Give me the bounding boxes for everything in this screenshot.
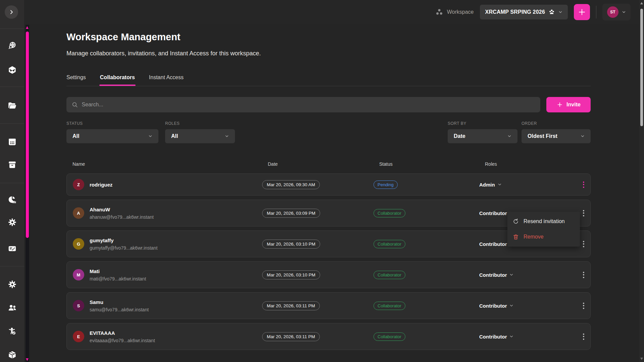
sortby-filter-label: SORT BY xyxy=(448,121,517,126)
chevron-down-icon xyxy=(225,134,229,138)
row-context-menu: Resend invitation Remove xyxy=(507,212,580,247)
content-scrollbar-vertical[interactable] xyxy=(26,25,29,362)
sidebar-divider xyxy=(0,29,24,29)
collaborator-name: gumytaffy xyxy=(90,238,157,243)
sidebar-expand-button[interactable] xyxy=(5,5,18,19)
role-dropdown[interactable]: Contributor xyxy=(479,334,577,340)
scroll-up-arrow-icon[interactable] xyxy=(640,2,643,4)
sidebar-item-notes[interactable] xyxy=(7,243,17,253)
sidebar-item-packages[interactable] xyxy=(7,350,17,360)
role-dropdown[interactable]: Contributor xyxy=(479,303,577,309)
date-pill: Mar 20, 2026, 03:09 PM xyxy=(262,209,320,218)
avatar: G xyxy=(73,238,84,250)
table-row: E EVITAAAA evitaaaa@fvo79...ak6wr.instan… xyxy=(66,323,591,350)
sidebar-item-web-search[interactable] xyxy=(7,40,17,50)
package-icon xyxy=(8,350,17,359)
date-pill: Mar 20, 2026, 03:10 PM xyxy=(262,240,320,249)
avatar: E xyxy=(73,331,84,342)
avatar: S xyxy=(73,300,84,311)
column-roles: Roles xyxy=(479,161,577,167)
collaborator-name: rodriguez xyxy=(90,182,112,188)
plus-icon xyxy=(578,8,586,16)
row-menu-button[interactable] xyxy=(577,270,590,280)
sidebar-item-analytics[interactable] xyxy=(7,195,17,205)
column-date: Date xyxy=(262,161,373,167)
sortby-filter-select[interactable]: Date xyxy=(448,129,517,143)
collaborator-email: mati@fvo79...ak6wr.instant xyxy=(90,276,146,281)
role-dropdown[interactable]: Contributor xyxy=(479,272,577,278)
status-filter-label: STATUS xyxy=(66,121,158,126)
status-badge: Pending xyxy=(374,180,398,189)
chevron-down-icon xyxy=(498,183,502,187)
tab-bar: Settings Collaborators Instant Access xyxy=(66,74,591,86)
scroll-up-arrow-icon[interactable] xyxy=(26,26,29,29)
chevron-down-icon xyxy=(622,10,626,14)
chevron-down-icon xyxy=(558,10,562,14)
workspace-selector[interactable]: XRCAMP SRPING 2026 xyxy=(480,5,568,19)
collaborator-name: Mati xyxy=(90,268,146,274)
status-filter-select[interactable]: All xyxy=(66,129,158,143)
sidebar-item-apps[interactable] xyxy=(7,137,17,147)
analytics-pie-icon xyxy=(8,195,17,204)
order-filter-select[interactable]: Oldest First xyxy=(522,129,591,143)
topbar-divider xyxy=(596,6,596,18)
search-icon xyxy=(72,102,78,108)
menu-item-resend-invitation[interactable]: Resend invitation xyxy=(507,214,580,229)
avatar: A xyxy=(73,207,84,219)
scroll-down-arrow-icon[interactable] xyxy=(26,358,29,361)
collaborator-name: AhanuW xyxy=(90,207,154,212)
workspace-emoji-icon xyxy=(548,9,555,15)
menu-item-remove[interactable]: Remove xyxy=(507,229,580,245)
gear-icon xyxy=(8,280,17,289)
workspace-name: XRCAMP SRPING 2026 xyxy=(485,9,545,15)
roles-filter-select[interactable]: All xyxy=(165,129,235,143)
scrollbar-thumb[interactable] xyxy=(640,9,643,126)
archive-box-icon xyxy=(8,160,17,169)
status-badge: Collaborator xyxy=(374,240,405,248)
status-badge: Collaborator xyxy=(374,332,405,341)
order-filter-label: ORDER xyxy=(522,121,591,126)
invite-button[interactable]: Invite xyxy=(546,97,591,112)
sidebar-item-archive[interactable] xyxy=(7,159,17,169)
date-pill: Mar 20, 2026, 03:11 PM xyxy=(262,301,320,310)
sidebar-item-members[interactable] xyxy=(7,303,17,313)
sidebar-item-projects[interactable] xyxy=(7,101,17,111)
plus-icon xyxy=(556,101,563,108)
create-new-button[interactable] xyxy=(574,4,590,20)
column-name: Name xyxy=(66,161,262,167)
tab-instant-access[interactable]: Instant Access xyxy=(149,74,184,86)
gear-icon xyxy=(8,218,17,227)
user-menu[interactable]: ST xyxy=(602,4,631,20)
chevron-down-icon xyxy=(148,134,152,138)
sidebar-item-workspace-settings[interactable] xyxy=(7,279,17,289)
search-box[interactable] xyxy=(66,97,540,112)
main-content: Workspace Management Manage collaborator… xyxy=(24,24,639,362)
row-menu-button[interactable] xyxy=(577,301,590,311)
date-pill: Mar 20, 2026, 09:30 AM xyxy=(262,180,320,189)
tab-collaborators[interactable]: Collaborators xyxy=(100,74,135,86)
row-menu-button[interactable] xyxy=(577,179,590,190)
status-badge: Collaborator xyxy=(374,271,405,279)
sidebar-divider xyxy=(0,183,24,183)
window-scrollbar[interactable] xyxy=(639,0,644,362)
sidebar-item-asset-library[interactable] xyxy=(7,65,17,75)
chevron-down-icon xyxy=(509,273,513,277)
collaborator-email: evitaaaa@fvo79...ak6wr.instant xyxy=(90,338,155,343)
user-avatar: ST xyxy=(607,6,618,18)
search-input[interactable] xyxy=(82,102,535,108)
page-subtitle: Manage collaborators, invitations, and I… xyxy=(66,50,591,57)
row-menu-button[interactable] xyxy=(577,331,590,342)
collaborator-name: EVITAAAA xyxy=(90,330,155,336)
sidebar-item-attendance[interactable] xyxy=(7,326,17,336)
tab-settings[interactable]: Settings xyxy=(66,74,86,86)
sidebar-divider xyxy=(0,123,24,124)
role-dropdown[interactable]: Admin xyxy=(479,182,577,188)
collaborator-email: ahanuw@fvo79...ak6wr.instant xyxy=(90,214,154,220)
scroll-down-arrow-icon[interactable] xyxy=(640,358,643,360)
refresh-icon xyxy=(512,218,519,225)
sidebar-item-settings[interactable] xyxy=(7,217,17,227)
person-check-icon xyxy=(8,327,17,336)
scrollbar-thumb[interactable] xyxy=(26,32,29,238)
calendar-grid-icon xyxy=(8,137,17,146)
chevron-down-icon xyxy=(507,134,511,138)
